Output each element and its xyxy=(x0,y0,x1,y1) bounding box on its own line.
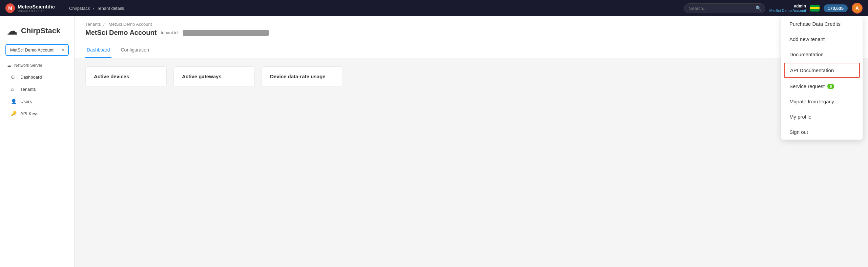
sidebar-item-tenants-label: Tenants xyxy=(20,87,36,92)
tenant-selector-label: MetSci Demo Account xyxy=(10,47,54,53)
dropdown-item-purchase-credits[interactable]: Purchase Data Credits xyxy=(781,16,863,32)
dropdown-item-purchase-credits-label: Purchase Data Credits xyxy=(789,21,841,27)
app-icon: M xyxy=(5,3,15,13)
sidebar-item-api-keys-label: API Keys xyxy=(20,111,38,116)
dropdown-item-service-request-label: Service request xyxy=(789,83,825,89)
navbar-breadcrumb: Chirpstack › Tenant details xyxy=(69,6,124,11)
users-icon: 👤 xyxy=(11,99,17,104)
dropdown-menu: Purchase Data Credits Add new tenant Doc… xyxy=(781,16,863,140)
chevron-down-icon: ▾ xyxy=(62,48,64,53)
sidebar-section-label-text: Network Server xyxy=(14,63,42,68)
card-device-datarate: Device data-rate usage xyxy=(262,66,343,86)
search-container: 🔍 xyxy=(684,3,765,13)
brand-name: ChirpStack xyxy=(21,26,60,35)
api-keys-icon: 🔑 xyxy=(11,111,17,116)
card-active-gateways: Active gateways xyxy=(173,66,255,86)
admin-account: MetSci Demo Account xyxy=(769,8,806,13)
tenant-id-label: tenant id: xyxy=(161,30,179,35)
navbar: M MeteoScientific Version 1.9.1 / 1.9.1 … xyxy=(0,0,868,16)
main-content: Tenants / MetSci Demo Account MetSci Dem… xyxy=(75,16,868,267)
dashboard-content: Active devices Active gateways Device da… xyxy=(75,58,868,95)
navbar-breadcrumb-current[interactable]: Tenant details xyxy=(97,6,124,11)
dashboard-cards: Active devices Active gateways Device da… xyxy=(85,66,857,86)
search-icon: 🔍 xyxy=(756,5,761,11)
breadcrumb-root[interactable]: Tenants xyxy=(85,22,101,27)
credits-button[interactable]: 170,635 xyxy=(824,4,848,12)
tenant-selector[interactable]: MetSci Demo Account ▾ xyxy=(5,44,69,56)
dropdown-item-sign-out[interactable]: Sign out xyxy=(781,124,863,140)
page-title: MetSci Demo Account xyxy=(85,29,157,37)
breadcrumb: Tenants / MetSci Demo Account xyxy=(85,22,857,27)
dropdown-item-documentation[interactable]: Documentation xyxy=(781,47,863,62)
dropdown-item-service-request[interactable]: Service request 6 xyxy=(781,79,863,94)
dropdown-item-add-tenant-label: Add new tenant xyxy=(789,36,825,42)
admin-name: admin xyxy=(769,4,806,8)
card-active-gateways-title: Active gateways xyxy=(182,74,246,79)
tenants-icon: ⌂ xyxy=(11,86,17,92)
sidebar: ☁ ChirpStack MetSci Demo Account ▾ ☁ Net… xyxy=(0,16,75,267)
dropdown-item-my-profile[interactable]: My profile xyxy=(781,109,863,124)
sidebar-brand: ☁ ChirpStack xyxy=(0,22,74,44)
dropdown-item-documentation-label: Documentation xyxy=(789,52,824,57)
app-version: Version 1.9.1 / 1.9.1 xyxy=(18,10,55,13)
sidebar-item-dashboard-label: Dashboard xyxy=(20,75,42,80)
service-request-badge: 6 xyxy=(827,84,834,89)
card-device-datarate-title: Device data-rate usage xyxy=(270,74,334,79)
avatar[interactable]: A xyxy=(852,3,863,14)
content-header: Tenants / MetSci Demo Account MetSci Dem… xyxy=(75,16,868,42)
sidebar-item-users-label: Users xyxy=(20,99,32,104)
dropdown-item-api-docs-label: API Documentation xyxy=(790,67,834,73)
sidebar-section-network-server: ☁ Network Server xyxy=(0,61,74,71)
dropdown-item-api-docs[interactable]: API Documentation xyxy=(784,63,860,78)
flag-icon xyxy=(810,5,820,12)
app-logo: M MeteoScientific Version 1.9.1 / 1.9.1 xyxy=(5,3,66,13)
navbar-breadcrumb-root[interactable]: Chirpstack xyxy=(69,6,90,11)
dashboard-icon: ⊙ xyxy=(11,74,17,80)
tenant-id-value xyxy=(183,30,269,36)
main-layout: ☁ ChirpStack MetSci Demo Account ▾ ☁ Net… xyxy=(0,16,868,267)
sidebar-item-dashboard[interactable]: ⊙ Dashboard xyxy=(0,71,74,83)
admin-info: admin MetSci Demo Account xyxy=(769,4,806,13)
dropdown-item-sign-out-label: Sign out xyxy=(789,129,808,135)
brand-logo-icon: ☁ xyxy=(7,24,18,37)
app-name: MeteoScientific xyxy=(18,4,55,9)
navbar-right: 🔍 admin MetSci Demo Account 170,635 A xyxy=(684,3,863,14)
sidebar-item-tenants[interactable]: ⌂ Tenants xyxy=(0,83,74,95)
tab-configuration[interactable]: Configuration xyxy=(120,42,150,58)
tabs-row: Dashboard Configuration xyxy=(75,42,868,58)
card-active-devices: Active devices xyxy=(85,66,167,86)
page-title-row: MetSci Demo Account tenant id: xyxy=(85,29,857,37)
sidebar-item-users[interactable]: 👤 Users xyxy=(0,95,74,107)
card-active-devices-title: Active devices xyxy=(94,74,158,79)
dropdown-item-my-profile-label: My profile xyxy=(789,114,811,120)
dropdown-item-migrate-legacy[interactable]: Migrate from legacy xyxy=(781,94,863,109)
cloud-icon: ☁ xyxy=(7,63,12,68)
search-input[interactable] xyxy=(684,3,765,13)
breadcrumb-current: MetSci Demo Account xyxy=(108,22,152,27)
dropdown-item-add-tenant[interactable]: Add new tenant xyxy=(781,32,863,47)
tab-dashboard[interactable]: Dashboard xyxy=(85,42,111,58)
dropdown-item-migrate-legacy-label: Migrate from legacy xyxy=(789,99,834,104)
sidebar-item-api-keys[interactable]: 🔑 API Keys xyxy=(0,107,74,120)
